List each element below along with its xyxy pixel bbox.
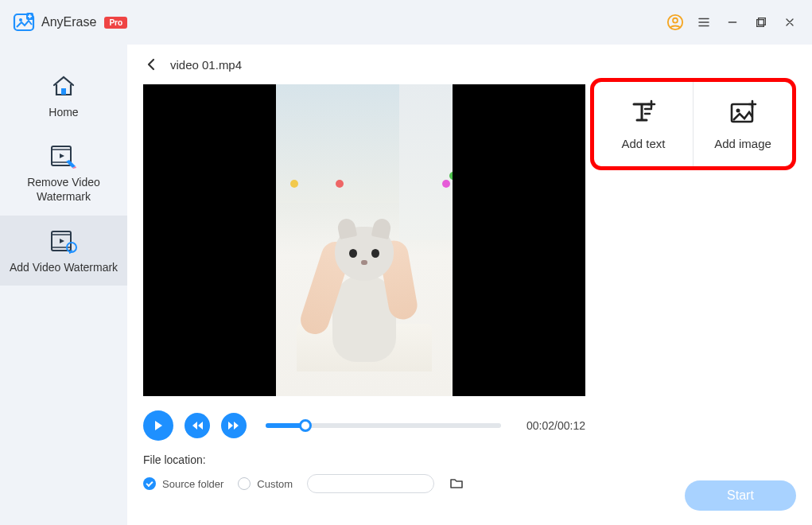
progress-bar[interactable] xyxy=(266,423,501,428)
sidebar-item-label: Home xyxy=(49,105,78,119)
browse-folder-button[interactable] xyxy=(449,476,464,492)
app-logo-icon xyxy=(13,11,35,33)
maximize-icon[interactable] xyxy=(752,13,771,32)
radio-checked-icon xyxy=(143,477,156,490)
time-label: 00:02/00:12 xyxy=(526,419,585,432)
sidebar-item-add-watermark[interactable]: Add Video Watermark xyxy=(0,216,127,286)
add-image-button[interactable]: Add image xyxy=(694,82,792,166)
progress-thumb[interactable] xyxy=(299,419,312,432)
pro-badge: Pro xyxy=(104,17,127,29)
close-icon[interactable] xyxy=(780,13,799,32)
sidebar-item-label: Add Video Watermark xyxy=(10,260,118,274)
svg-point-4 xyxy=(673,18,678,23)
add-text-icon xyxy=(627,98,659,129)
custom-path-input[interactable] xyxy=(307,474,434,493)
sidebar: Home Remove Video Watermark Add Video Wa… xyxy=(0,45,127,525)
svg-rect-7 xyxy=(61,88,66,95)
file-location-title: File location: xyxy=(143,453,668,466)
svg-rect-5 xyxy=(759,18,766,25)
sidebar-item-label: Remove Video Watermark xyxy=(6,175,121,204)
svg-point-1 xyxy=(19,18,22,21)
play-button[interactable] xyxy=(143,410,173,441)
source-folder-option[interactable]: Source folder xyxy=(143,477,223,490)
svg-rect-6 xyxy=(757,20,764,27)
add-watermark-icon xyxy=(48,227,80,255)
app-name: AnyErase xyxy=(41,15,96,29)
video-preview[interactable] xyxy=(143,84,585,396)
video-frame xyxy=(276,84,453,396)
add-text-label: Add text xyxy=(621,137,665,150)
highlighted-add-options: Add text Add image xyxy=(590,78,796,170)
svg-point-12 xyxy=(736,109,740,113)
start-button[interactable]: Start xyxy=(685,480,796,511)
side-panel: Add text Add image xyxy=(601,84,796,396)
rewind-button[interactable] xyxy=(185,413,210,438)
custom-folder-option[interactable]: Custom xyxy=(238,477,293,490)
source-folder-label: Source folder xyxy=(162,478,223,490)
remove-watermark-icon xyxy=(48,142,80,170)
filename: video 01.mp4 xyxy=(170,58,242,72)
account-icon[interactable] xyxy=(666,13,685,32)
back-button[interactable] xyxy=(143,56,159,72)
sidebar-item-remove-watermark[interactable]: Remove Video Watermark xyxy=(0,130,127,215)
add-text-button[interactable]: Add text xyxy=(594,82,694,166)
radio-unchecked-icon xyxy=(238,477,251,490)
add-image-icon xyxy=(727,98,759,129)
sidebar-item-home[interactable]: Home xyxy=(0,60,127,130)
add-image-label: Add image xyxy=(714,137,771,150)
custom-label: Custom xyxy=(257,478,293,490)
menu-icon[interactable] xyxy=(694,13,713,32)
start-label: Start xyxy=(727,488,754,503)
forward-button[interactable] xyxy=(221,413,247,438)
player-controls: 00:02/00:12 xyxy=(127,396,601,449)
minimize-icon[interactable] xyxy=(723,13,742,32)
app-logo-area: AnyErase Pro xyxy=(13,11,127,33)
home-icon xyxy=(48,72,80,100)
